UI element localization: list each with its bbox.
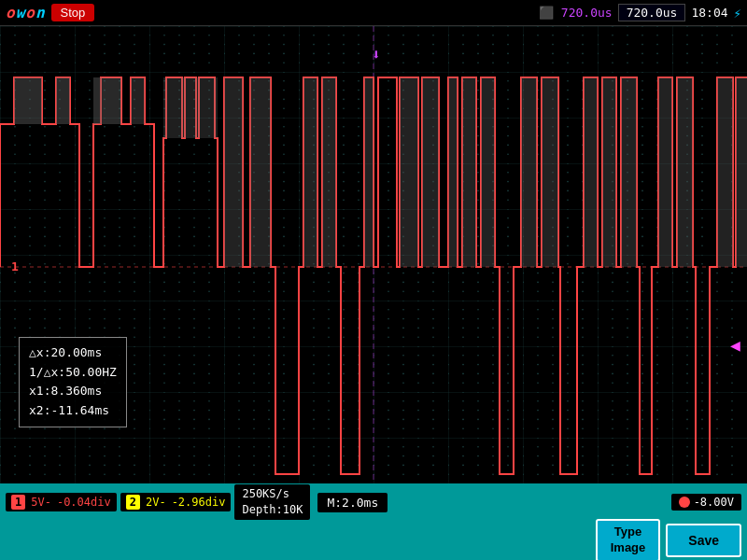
ch1-info: 1 5V- -0.04div (6, 493, 117, 511)
bottom-bar: 1 5V- -0.04div 2 2V- -2.96div 250KS/s De… (0, 483, 747, 560)
clock-display: 18:04 (691, 6, 727, 20)
svg-rect-38 (303, 77, 317, 267)
svg-text:1: 1 (11, 259, 19, 273)
ch2-info: 2 2V- -2.96div (120, 493, 232, 511)
trigger-info: -8.00V (671, 494, 741, 511)
type-image-button[interactable]: Type Image (596, 519, 661, 560)
scope-screen: 1 ⬇ ◀ △x:20.00ms 1/△x:50.00HZ x1:8.360ms… (0, 26, 747, 483)
trig-level: -8.00V (694, 496, 734, 509)
svg-rect-44 (462, 77, 476, 267)
svg-text:◀: ◀ (730, 335, 740, 355)
x2-label: x2:-11.64ms (29, 401, 117, 421)
svg-rect-53 (717, 77, 733, 267)
svg-rect-31 (56, 77, 70, 124)
stop-button[interactable]: Stop (51, 4, 95, 21)
svg-rect-41 (400, 77, 418, 267)
svg-rect-46 (521, 77, 537, 267)
svg-rect-49 (602, 77, 616, 267)
svg-rect-33 (101, 77, 121, 124)
svg-rect-36 (224, 77, 243, 267)
svg-rect-42 (422, 77, 439, 267)
ch1-badge: 1 (11, 495, 25, 510)
ch1-div: -0.04div (57, 496, 111, 509)
svg-rect-40 (364, 77, 374, 267)
delta-x-label: △x:20.00ms (29, 343, 117, 363)
measurement-box: △x:20.00ms 1/△x:50.00HZ x1:8.360ms x2:-1… (19, 337, 127, 427)
depth: Depth:10K (242, 502, 303, 518)
sample-info: 250KS/s Depth:10K (234, 484, 310, 520)
svg-rect-35 (163, 77, 218, 138)
svg-rect-48 (584, 77, 598, 267)
trigger-indicator: ⬛ 720.0us (539, 6, 613, 20)
svg-rect-47 (542, 77, 558, 267)
x1-label: x1:8.360ms (29, 382, 117, 401)
bottom-row2: Type Image Save (0, 521, 747, 560)
svg-rect-52 (677, 77, 693, 267)
trigger-circle (679, 497, 690, 508)
svg-rect-37 (250, 77, 271, 267)
svg-rect-50 (621, 77, 637, 267)
ch2-div: -2.96div (172, 496, 226, 509)
time-info: M:2.0ms (317, 493, 388, 512)
top-bar: owon Stop ⬛ 720.0us 720.0us 18:04 ⚡ (0, 0, 747, 26)
ch2-badge: 2 (126, 495, 140, 510)
svg-rect-39 (322, 77, 336, 267)
bottom-row1: 1 5V- -0.04div 2 2V- -2.96div 250KS/s De… (0, 483, 747, 521)
logo: owon (6, 4, 46, 21)
save-button[interactable]: Save (666, 524, 741, 557)
freq-label: 1/△x:50.00HZ (29, 363, 117, 383)
svg-rect-54 (736, 77, 747, 267)
wifi-icon: ⚡ (734, 6, 741, 21)
svg-rect-45 (481, 77, 495, 267)
type-label: Type (614, 525, 641, 539)
svg-rect-32 (93, 77, 101, 124)
sample-rate: 250KS/s (242, 486, 303, 502)
time-display: 720.0us (618, 4, 686, 21)
svg-rect-51 (658, 77, 672, 267)
svg-rect-34 (131, 77, 145, 124)
svg-rect-43 (448, 77, 458, 267)
image-label: Image (611, 540, 646, 554)
svg-text:⬇: ⬇ (372, 46, 381, 63)
svg-rect-30 (14, 77, 42, 124)
ch2-volt: 2V- (146, 496, 166, 509)
ch1-volt: 5V- (31, 496, 51, 509)
